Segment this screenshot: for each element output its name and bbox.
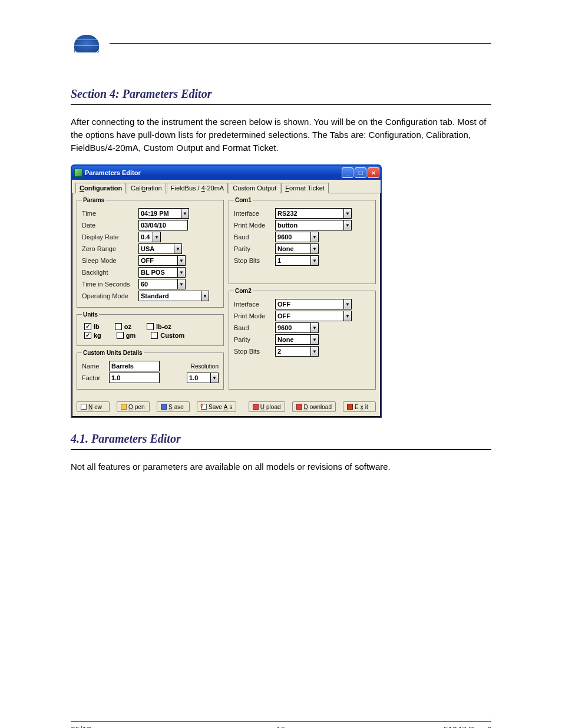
backlight-label: Backlight bbox=[82, 269, 138, 276]
com1-stopbits-combo[interactable]: ▼ bbox=[275, 255, 319, 266]
time-combo[interactable]: ▼ bbox=[138, 208, 189, 219]
chevron-down-icon[interactable]: ▼ bbox=[177, 279, 186, 289]
com1-parity-combo[interactable]: ▼ bbox=[275, 243, 319, 254]
chevron-down-icon[interactable]: ▼ bbox=[210, 373, 219, 383]
chevron-down-icon[interactable]: ▼ bbox=[310, 255, 319, 266]
minimize-button[interactable]: _ bbox=[342, 167, 353, 178]
unit-custom-checkbox[interactable]: Custom bbox=[151, 332, 184, 339]
operating-mode-combo[interactable]: ▼ bbox=[138, 291, 209, 301]
chevron-down-icon[interactable]: ▼ bbox=[310, 322, 319, 333]
com2-baud-combo[interactable]: ▼ bbox=[275, 322, 319, 333]
unit-lboz-checkbox[interactable]: lb-oz bbox=[147, 323, 171, 330]
custom-units-group: Custom Units Details Name Resolution Fac… bbox=[77, 350, 224, 390]
time-seconds-combo[interactable]: ▼ bbox=[138, 279, 186, 289]
tab-calibration[interactable]: Calibration bbox=[127, 183, 166, 193]
save-button[interactable]: Save bbox=[157, 401, 190, 412]
com2-interface-label: Interface bbox=[234, 301, 275, 308]
save-as-icon bbox=[201, 404, 207, 410]
units-group: Units ✓lb oz lb-oz ✓kg gm Custom bbox=[77, 311, 224, 346]
com2-group: Com2 Interface ▼ Print Mode ▼ Baud ▼ Par… bbox=[229, 288, 376, 390]
date-input[interactable] bbox=[138, 220, 188, 230]
time-label: Time bbox=[82, 210, 138, 217]
custom-factor-input[interactable] bbox=[109, 373, 160, 383]
zero-range-input[interactable] bbox=[138, 243, 174, 254]
tab-fieldbus[interactable]: FieldBus / 4-20mA bbox=[167, 183, 229, 193]
com1-printmode-input[interactable] bbox=[275, 220, 343, 230]
chevron-down-icon[interactable]: ▼ bbox=[343, 208, 352, 219]
resolution-input[interactable] bbox=[187, 373, 210, 383]
com1-interface-input[interactable] bbox=[275, 208, 343, 219]
unit-lb-checkbox[interactable]: ✓lb bbox=[84, 323, 100, 330]
download-button[interactable]: Download bbox=[292, 401, 336, 412]
upload-button[interactable]: Upload bbox=[249, 401, 285, 412]
chevron-down-icon[interactable]: ▼ bbox=[310, 232, 319, 242]
chevron-down-icon[interactable]: ▼ bbox=[177, 267, 186, 278]
com2-stopbits-combo[interactable]: ▼ bbox=[275, 346, 319, 357]
com1-group: Com1 Interface ▼ Print Mode ▼ Baud ▼ Par… bbox=[229, 197, 376, 284]
com2-baud-input[interactable] bbox=[275, 322, 310, 333]
com1-stopbits-input[interactable] bbox=[275, 255, 310, 266]
com2-parity-label: Parity bbox=[234, 336, 275, 343]
sleep-mode-combo[interactable]: ▼ bbox=[138, 255, 186, 266]
com2-interface-input[interactable] bbox=[275, 299, 343, 309]
chevron-down-icon[interactable]: ▼ bbox=[343, 220, 352, 230]
display-rate-combo[interactable]: ▼ bbox=[138, 232, 161, 242]
chevron-down-icon[interactable]: ▼ bbox=[153, 232, 161, 242]
download-icon bbox=[296, 404, 302, 410]
tab-configuration[interactable]: Configuration bbox=[75, 183, 126, 193]
params-legend: Params bbox=[82, 197, 105, 203]
com2-printmode-label: Print Mode bbox=[234, 312, 275, 319]
chevron-down-icon[interactable]: ▼ bbox=[343, 311, 352, 321]
custom-name-input[interactable] bbox=[109, 361, 160, 371]
com1-baud-combo[interactable]: ▼ bbox=[275, 232, 319, 242]
unit-oz-checkbox[interactable]: oz bbox=[115, 323, 131, 330]
operating-mode-input[interactable] bbox=[138, 291, 201, 301]
time-input[interactable] bbox=[138, 208, 181, 219]
chevron-down-icon[interactable]: ▼ bbox=[343, 299, 352, 309]
com2-interface-combo[interactable]: ▼ bbox=[275, 299, 352, 309]
com1-baud-input[interactable] bbox=[275, 232, 310, 242]
tab-strip: Configuration Calibration FieldBus / 4-2… bbox=[72, 180, 381, 193]
chevron-down-icon[interactable]: ▼ bbox=[201, 291, 209, 301]
com1-parity-input[interactable] bbox=[275, 243, 310, 254]
backlight-input[interactable] bbox=[138, 267, 177, 278]
com1-legend: Com1 bbox=[234, 197, 253, 203]
com2-printmode-input[interactable] bbox=[275, 311, 343, 321]
backlight-combo[interactable]: ▼ bbox=[138, 267, 186, 278]
sleep-mode-input[interactable] bbox=[138, 255, 177, 266]
header-divider bbox=[110, 43, 491, 44]
com2-parity-combo[interactable]: ▼ bbox=[275, 334, 319, 345]
time-seconds-input[interactable] bbox=[138, 279, 177, 289]
com2-parity-input[interactable] bbox=[275, 334, 310, 345]
maximize-button[interactable]: □ bbox=[355, 167, 366, 178]
tab-custom-output[interactable]: Custom Output bbox=[229, 183, 280, 193]
com1-interface-combo[interactable]: ▼ bbox=[275, 208, 352, 219]
fairbanks-logo-icon: FAIRBANKS bbox=[71, 29, 103, 58]
chevron-down-icon[interactable]: ▼ bbox=[310, 243, 319, 254]
com1-printmode-combo[interactable]: ▼ bbox=[275, 220, 352, 230]
com2-stopbits-input[interactable] bbox=[275, 346, 310, 357]
exit-button[interactable]: Exit bbox=[343, 401, 376, 412]
chevron-down-icon[interactable]: ▼ bbox=[177, 255, 186, 266]
save-as-button[interactable]: Save As bbox=[197, 401, 236, 412]
close-button[interactable]: × bbox=[368, 167, 379, 178]
zero-range-combo[interactable]: ▼ bbox=[138, 243, 182, 254]
resolution-combo[interactable]: ▼ bbox=[187, 373, 219, 383]
custom-factor-label: Factor bbox=[82, 374, 109, 381]
button-bar: New Open Save Save As Upload Download Ex… bbox=[72, 398, 381, 417]
unit-gm-checkbox[interactable]: gm bbox=[117, 332, 136, 339]
chevron-down-icon[interactable]: ▼ bbox=[310, 334, 319, 345]
com2-printmode-combo[interactable]: ▼ bbox=[275, 311, 352, 321]
chevron-down-icon[interactable]: ▼ bbox=[174, 243, 182, 254]
sleep-mode-label: Sleep Mode bbox=[82, 257, 138, 264]
folder-icon bbox=[121, 404, 127, 410]
chevron-down-icon[interactable]: ▼ bbox=[310, 346, 319, 357]
titlebar[interactable]: Parameters Editor _ □ × bbox=[72, 166, 381, 180]
display-rate-input[interactable] bbox=[138, 232, 153, 242]
chevron-down-icon[interactable]: ▼ bbox=[181, 208, 189, 219]
tab-format-ticket[interactable]: Format Ticket bbox=[281, 183, 329, 193]
new-button[interactable]: New bbox=[77, 401, 110, 412]
custom-units-legend: Custom Units Details bbox=[82, 350, 144, 356]
unit-kg-checkbox[interactable]: ✓kg bbox=[84, 332, 101, 339]
open-button[interactable]: Open bbox=[117, 401, 150, 412]
